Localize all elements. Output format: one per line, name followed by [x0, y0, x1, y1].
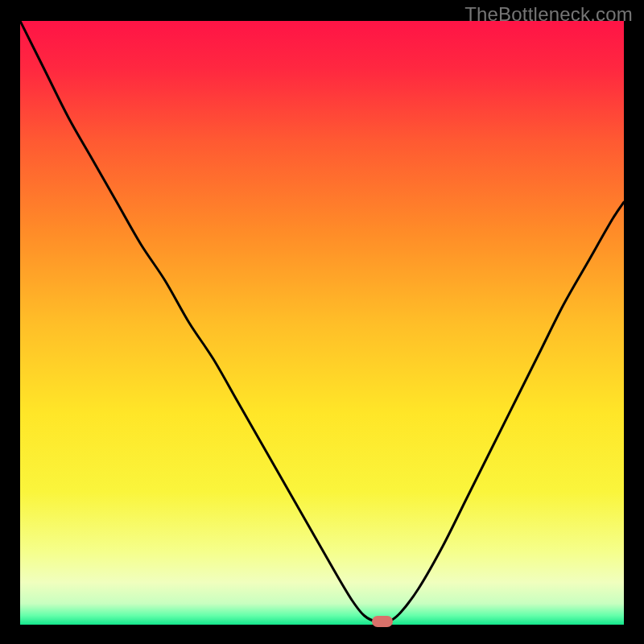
bottleneck-chart [20, 21, 624, 625]
chart-background [20, 21, 624, 625]
optimal-marker [372, 616, 393, 627]
app-frame: TheBottleneck.com [0, 0, 644, 644]
plot-area [20, 21, 624, 625]
